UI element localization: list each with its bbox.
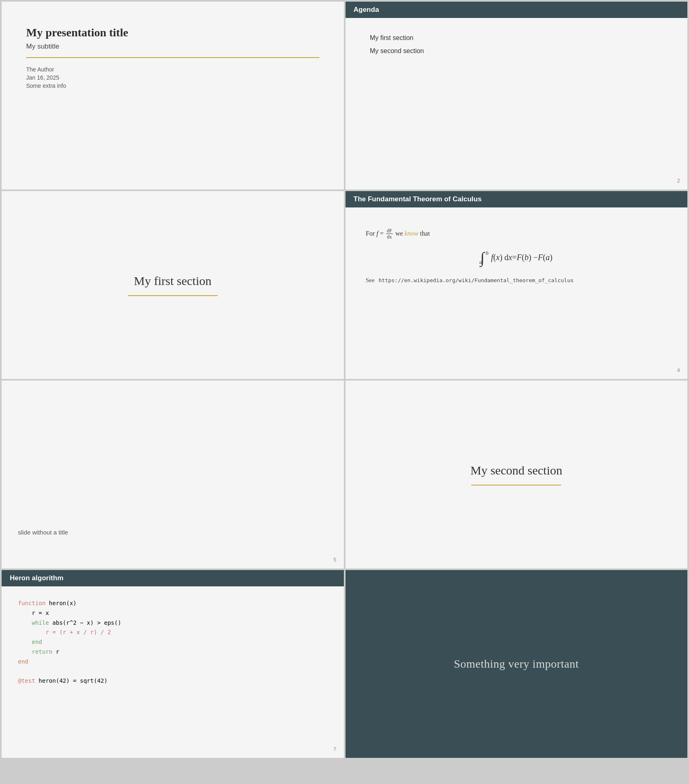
extra-text: Some extra info [26, 82, 319, 89]
page-number-4: 4 [677, 367, 680, 373]
section-content-1: My first section [2, 191, 344, 379]
page-number-2: 2 [677, 178, 680, 184]
kw-test: @test [18, 677, 35, 684]
slide-5: slide without a title 5 [2, 381, 344, 568]
kw-return: return [32, 648, 53, 655]
slide-8: Something very important [346, 570, 688, 758]
kw-function: function [18, 600, 45, 606]
section-rule-2 [471, 485, 561, 486]
slide-7: Heron algorithm function heron(x) r = x … [2, 570, 344, 758]
title-rule [26, 57, 319, 58]
agenda-item-1: My first section [370, 34, 663, 42]
integral-symbol-group: ∫ b a [480, 250, 485, 265]
agenda-list: My first section My second section [370, 34, 663, 55]
page-number-5: 5 [333, 557, 336, 563]
slide-6: My second section [346, 381, 688, 568]
ref-url: https://en.wikipedia.org/wiki/Fundamenta… [379, 277, 573, 283]
code-body: function heron(x) r = x while abs(r^2 − … [2, 586, 344, 698]
no-title-content: slide without a title [2, 381, 344, 568]
slide-1: My presentation title My subtitle The Au… [2, 2, 344, 189]
important-text: Something very important [454, 657, 579, 670]
frac-denominator: dx [386, 234, 393, 240]
slide-header-agenda: Agenda [346, 2, 688, 18]
slide-header-theorem: The Fundamental Theorem of Calculus [346, 191, 688, 207]
section-content-2: My second section [346, 381, 688, 568]
theorem-reference: See https://en.wikipedia.org/wiki/Fundam… [366, 277, 667, 284]
see-text: See [366, 277, 376, 283]
slide-3: My first section [2, 191, 344, 379]
agenda-item-2: My second section [370, 47, 663, 55]
section-rule-1 [128, 295, 218, 296]
important-content: Something very important [346, 570, 688, 758]
kw-end-1: end [32, 639, 42, 645]
for-text: For f = [366, 230, 386, 237]
kw-end-2: end [18, 658, 28, 665]
slide-4: The Fundamental Theorem of Calculus For … [346, 191, 688, 379]
integral-upper: b [486, 250, 489, 256]
that-text: that [420, 230, 430, 237]
integral-group: ∫ b a f(x) dx = F(b) − F(a) [480, 250, 553, 265]
fraction: dF dx [386, 228, 393, 240]
integral-formula: ∫ b a f(x) dx = F(b) − F(a) [366, 250, 667, 265]
section-title-2: My second section [470, 463, 562, 477]
presentation-title: My presentation title [26, 26, 319, 39]
no-title-text: slide without a title [18, 529, 68, 536]
code-block: function heron(x) r = x while abs(r^2 − … [18, 599, 328, 686]
agenda-body: My first section My second section [346, 18, 688, 77]
section-title-1: My first section [134, 274, 212, 288]
date-text: Jan 16, 2025 [26, 74, 319, 81]
we-text: we [395, 230, 405, 237]
kw-while: while [32, 619, 49, 626]
theorem-body: For f = dF dx we know that ∫ b a f(x) dx… [346, 207, 688, 296]
page-number-7: 7 [333, 746, 336, 752]
integral-expression: f(x) dx = F(b) − F(a) [487, 253, 552, 262]
presentation-subtitle: My subtitle [26, 42, 319, 51]
theorem-inline-text: For f = dF dx we know that [366, 228, 667, 240]
slide-2: Agenda My first section My second sectio… [346, 2, 688, 189]
integral-lower: a [479, 259, 482, 265]
author-text: The Author [26, 66, 319, 73]
code-assignment: r = (r + x / r) / 2 [45, 629, 111, 635]
know-text: know [405, 230, 419, 237]
slide-header-heron: Heron algorithm [2, 570, 344, 586]
frac-numerator: dF [386, 228, 393, 234]
